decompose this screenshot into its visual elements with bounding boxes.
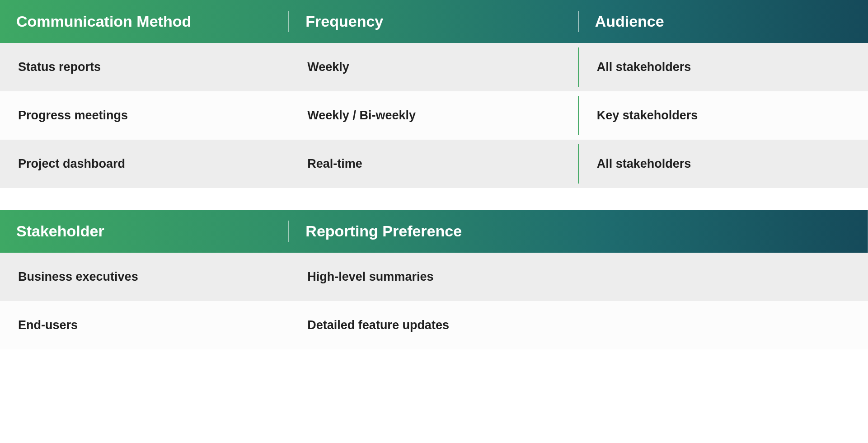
header-stakeholder: Stakeholder <box>0 210 289 253</box>
stakeholder-table: Stakeholder Reporting Preference Busines… <box>0 210 868 349</box>
cell-stakeholder: Business executives <box>0 253 289 301</box>
communication-table: Communication Method Frequency Audience … <box>0 0 868 188</box>
cell-audience: All stakeholders <box>579 140 868 188</box>
cell-preference: High-level summaries <box>289 253 868 301</box>
cell-frequency: Weekly / Bi-weekly <box>289 91 578 140</box>
table-row: Status reports Weekly All stakeholders <box>0 43 868 91</box>
table-header-row: Communication Method Frequency Audience <box>0 0 868 43</box>
cell-audience: Key stakeholders <box>579 91 868 140</box>
cell-frequency: Real-time <box>289 140 578 188</box>
header-audience: Audience <box>579 0 868 43</box>
cell-method: Status reports <box>0 43 289 91</box>
cell-stakeholder: End-users <box>0 301 289 349</box>
cell-method: Project dashboard <box>0 140 289 188</box>
table-2: Stakeholder Reporting Preference Busines… <box>0 210 868 349</box>
cell-audience: All stakeholders <box>579 43 868 91</box>
table-row: Business executives High-level summaries <box>0 253 868 301</box>
cell-frequency: Weekly <box>289 43 578 91</box>
header-reporting-preference: Reporting Preference <box>289 210 868 253</box>
table-row: End-users Detailed feature updates <box>0 301 868 349</box>
header-communication-method: Communication Method <box>0 0 289 43</box>
table-row: Progress meetings Weekly / Bi-weekly Key… <box>0 91 868 140</box>
table-1: Communication Method Frequency Audience … <box>0 0 868 188</box>
cell-method: Progress meetings <box>0 91 289 140</box>
table-row: Project dashboard Real-time All stakehol… <box>0 140 868 188</box>
table-header-row: Stakeholder Reporting Preference <box>0 210 868 253</box>
header-frequency: Frequency <box>289 0 578 43</box>
cell-preference: Detailed feature updates <box>289 301 868 349</box>
